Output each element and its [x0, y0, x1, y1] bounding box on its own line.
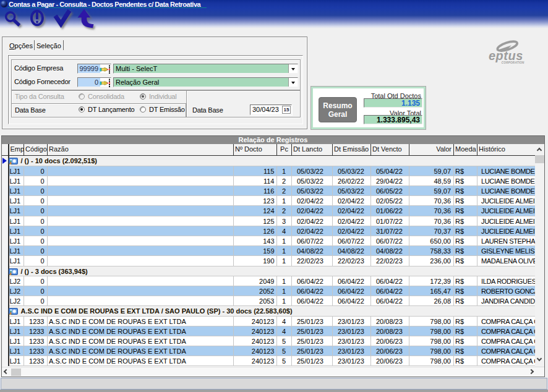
svg-text:CORPORATION: CORPORATION: [502, 61, 524, 64]
svg-text:eptus: eptus: [489, 49, 523, 62]
